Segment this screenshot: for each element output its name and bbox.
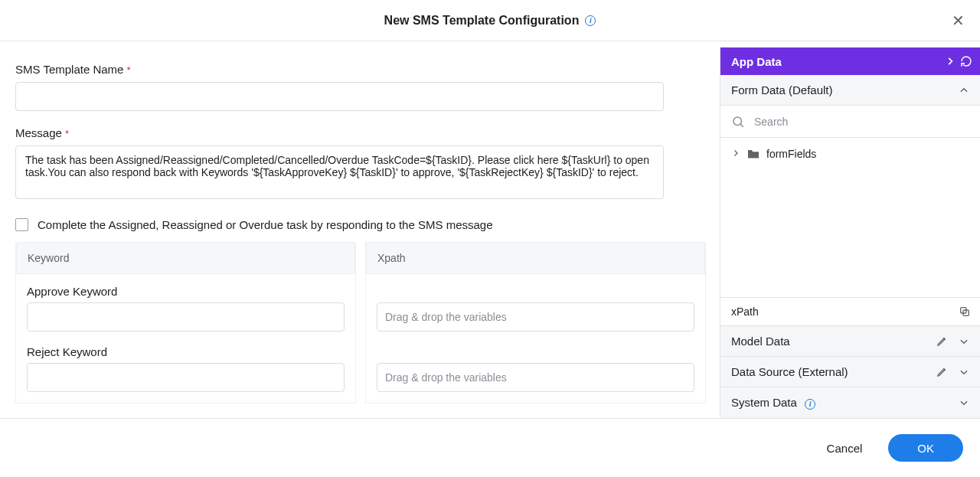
chevron-right-icon (731, 148, 740, 160)
chevron-down-icon[interactable] (959, 367, 969, 377)
main-form: SMS Template Name* Message* The task has… (0, 41, 720, 418)
dialog-title-wrap: New SMS Template Configuration i (384, 14, 596, 28)
keyword-column-header: Keyword (16, 242, 355, 274)
app-data-header: App Data (720, 47, 980, 75)
message-label-text: Message (15, 126, 62, 139)
template-name-label: SMS Template Name* (15, 63, 704, 76)
approve-keyword-input[interactable] (27, 302, 345, 332)
cancel-button[interactable]: Cancel (822, 441, 867, 456)
folder-icon (746, 149, 760, 159)
reject-xpath-input[interactable] (377, 363, 694, 392)
dialog-title: New SMS Template Configuration (384, 14, 580, 28)
svg-point-0 (733, 117, 742, 126)
data-source-label: Data Source (External) (731, 365, 848, 378)
required-asterisk: * (65, 128, 69, 139)
copy-icon[interactable] (959, 305, 971, 318)
spacer-label (377, 285, 694, 298)
keyword-column: Keyword Approve Keyword Reject Keyword (15, 242, 356, 403)
model-data-accordion[interactable]: Model Data (720, 326, 980, 357)
template-name-input[interactable] (15, 82, 664, 111)
message-textarea[interactable]: The task has been Assigned/Reassigned/Co… (15, 145, 664, 199)
tree-formfields-label: formFields (766, 148, 816, 160)
app-data-panel: App Data Form Data (Default) (720, 47, 980, 418)
model-data-label: Model Data (731, 335, 790, 348)
form-data-label: Form Data (Default) (731, 83, 833, 96)
dialog-footer: Cancel OK (0, 418, 980, 477)
chevron-down-icon[interactable] (959, 397, 969, 408)
info-icon[interactable]: i (585, 15, 596, 26)
chevron-up-icon[interactable] (959, 85, 969, 96)
complete-task-checkbox-label: Complete the Assigned, Reassigned or Ove… (38, 218, 493, 231)
app-data-title: App Data (731, 55, 782, 68)
xpath-column-header: Xpath (366, 242, 705, 274)
reject-keyword-input[interactable] (27, 363, 345, 392)
spacer-label (377, 345, 694, 358)
refresh-icon[interactable] (960, 55, 972, 67)
chevron-down-icon[interactable] (959, 336, 969, 347)
approve-keyword-label: Approve Keyword (27, 285, 345, 298)
xpath-label: xPath (731, 305, 759, 318)
pencil-icon[interactable] (936, 335, 948, 347)
approve-xpath-input[interactable] (377, 302, 694, 332)
info-icon[interactable]: i (805, 399, 815, 410)
required-asterisk: * (126, 64, 130, 76)
chevron-right-icon[interactable] (945, 56, 956, 67)
svg-line-1 (740, 124, 743, 126)
message-label: Message* (15, 126, 704, 139)
xpath-column: Xpath (365, 242, 706, 403)
xpath-row: xPath (720, 297, 980, 326)
ok-button[interactable]: OK (888, 434, 963, 462)
tree-formfields-row[interactable]: formFields (720, 138, 980, 170)
form-data-accordion[interactable]: Form Data (Default) (720, 75, 980, 106)
complete-task-checkbox[interactable] (15, 218, 28, 231)
search-icon (731, 115, 745, 129)
template-name-label-text: SMS Template Name (15, 63, 123, 76)
reject-keyword-label: Reject Keyword (27, 345, 345, 358)
close-icon[interactable]: ✕ (952, 13, 965, 28)
data-source-accordion[interactable]: Data Source (External) (720, 357, 980, 387)
search-row (720, 106, 980, 138)
pencil-icon[interactable] (936, 366, 948, 377)
system-data-label: System Data (731, 396, 797, 409)
search-input[interactable] (753, 115, 969, 129)
system-data-accordion[interactable]: System Data i (720, 387, 980, 418)
dialog-header: New SMS Template Configuration i ✕ (0, 0, 980, 41)
